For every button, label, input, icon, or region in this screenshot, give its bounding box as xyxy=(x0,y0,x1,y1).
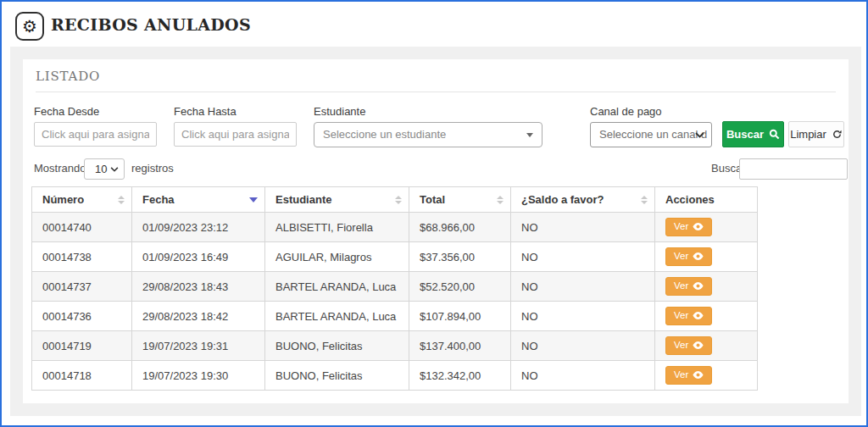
sort-icon xyxy=(118,196,125,204)
cell-saldo: NO xyxy=(511,331,655,361)
cell-saldo: NO xyxy=(511,302,655,331)
estudiante-select-value: Seleccione un estudiante xyxy=(323,128,446,141)
chevron-down-icon xyxy=(695,132,704,138)
cell-total: $132.342,00 xyxy=(409,361,511,391)
fecha-hasta-input[interactable] xyxy=(174,122,297,147)
table-body: 0001474001/09/2023 23:12ALBISETTI, Fiore… xyxy=(32,213,758,391)
cell-saldo: NO xyxy=(511,272,655,302)
cell-acciones: Ver xyxy=(655,361,758,391)
limpiar-button-label: Limpiar xyxy=(790,128,826,141)
ver-button[interactable]: Ver xyxy=(665,218,712,236)
cell-total: $37.356,00 xyxy=(409,242,511,272)
cell-acciones: Ver xyxy=(655,302,758,331)
registros-label: registros xyxy=(131,162,174,175)
ver-button-label: Ver xyxy=(674,340,688,352)
estudiante-label: Estudiante xyxy=(314,105,365,118)
column-header[interactable]: ¿Saldo a favor? xyxy=(511,187,655,213)
ver-button-label: Ver xyxy=(674,369,688,381)
column-header[interactable]: Número xyxy=(32,187,132,213)
ver-button-label: Ver xyxy=(674,310,688,322)
limpiar-button[interactable]: Limpiar xyxy=(788,121,844,147)
cell-saldo: NO xyxy=(511,242,655,272)
search-icon xyxy=(769,129,780,140)
cell-fecha: 19/07/2023 19:30 xyxy=(132,361,265,391)
ver-button[interactable]: Ver xyxy=(665,307,712,325)
fecha-desde-label: Fecha Desde xyxy=(34,105,99,118)
eye-icon xyxy=(693,252,704,261)
cell-saldo: NO xyxy=(511,213,655,242)
cell-numero: 00014736 xyxy=(32,302,132,331)
ver-button[interactable]: Ver xyxy=(665,336,712,355)
sort-icon xyxy=(395,196,402,204)
eye-icon xyxy=(693,370,704,380)
ver-button[interactable]: Ver xyxy=(665,366,712,385)
eye-icon xyxy=(693,222,704,231)
table-row: 0001473729/08/2023 18:43BARTEL ARANDA, L… xyxy=(32,272,758,302)
column-header-label: Número xyxy=(42,193,84,206)
cell-fecha: 29/08/2023 18:43 xyxy=(132,272,265,302)
column-header: Acciones xyxy=(655,187,758,213)
page-title: RECIBOS ANULADOS xyxy=(51,15,251,34)
page: ⚙ RECIBOS ANULADOS LISTADO Fecha Desde F… xyxy=(0,0,868,427)
column-header-label: Acciones xyxy=(665,193,715,206)
mostrando-label: Mostrando xyxy=(34,162,86,175)
estudiante-select[interactable]: Seleccione un estudiante xyxy=(314,122,542,147)
content-panel: LISTADO Fecha Desde Fecha Hasta Estudian… xyxy=(10,47,861,416)
cell-estudiante: AGUILAR, Milagros xyxy=(265,242,409,272)
column-header-label: Fecha xyxy=(142,193,175,206)
cell-numero: 00014719 xyxy=(32,331,132,361)
column-header-label: Estudiante xyxy=(275,193,331,206)
table-row: 0001474001/09/2023 23:12ALBISETTI, Fiore… xyxy=(32,213,758,242)
section-divider xyxy=(36,92,836,92)
chevron-down-icon xyxy=(110,167,119,172)
canal-de-pago-select-value: Seleccione un canal d xyxy=(599,128,707,141)
ver-button-label: Ver xyxy=(674,251,688,263)
cell-acciones: Ver xyxy=(655,331,758,361)
cell-estudiante: ALBISETTI, Fiorella xyxy=(265,213,409,242)
listado-card: LISTADO Fecha Desde Fecha Hasta Estudian… xyxy=(23,59,849,403)
column-header-label: ¿Saldo a favor? xyxy=(521,193,604,206)
fecha-hasta-label: Fecha Hasta xyxy=(174,105,236,118)
cell-total: $52.520,00 xyxy=(409,272,511,302)
page-size-select[interactable]: 10 xyxy=(84,158,125,180)
cell-saldo: NO xyxy=(511,361,655,391)
cell-acciones: Ver xyxy=(655,242,758,272)
table-header: NúmeroFechaEstudianteTotal¿Saldo a favor… xyxy=(32,187,758,213)
table-search-input[interactable] xyxy=(739,158,848,180)
cell-fecha: 29/08/2023 18:42 xyxy=(132,302,265,331)
canal-de-pago-label: Canal de pago xyxy=(590,105,662,118)
table-row: 0001471819/07/2023 19:30BUONO, Felicitas… xyxy=(32,361,758,391)
recibos-table: NúmeroFechaEstudianteTotal¿Saldo a favor… xyxy=(31,186,758,391)
cell-total: $107.894,00 xyxy=(409,302,511,331)
chevron-down-icon xyxy=(526,133,533,137)
cell-estudiante: BARTEL ARANDA, Luca xyxy=(265,302,409,331)
column-header[interactable]: Fecha xyxy=(132,187,265,213)
ver-button-label: Ver xyxy=(674,221,688,233)
sort-icon xyxy=(497,196,504,204)
settings-gear-button[interactable]: ⚙ xyxy=(15,12,44,41)
page-size-value: 10 xyxy=(95,163,107,175)
ver-button[interactable]: Ver xyxy=(665,247,712,266)
buscar-button[interactable]: Buscar xyxy=(722,121,784,147)
cell-total: $137.400,00 xyxy=(409,331,511,361)
eye-icon xyxy=(693,311,704,320)
section-title: LISTADO xyxy=(36,69,100,84)
ver-button-label: Ver xyxy=(674,280,688,292)
cell-fecha: 01/09/2023 23:12 xyxy=(132,213,265,242)
sort-icon xyxy=(641,196,648,204)
column-header-label: Total xyxy=(420,193,445,206)
cell-numero: 00014740 xyxy=(32,213,132,242)
cell-numero: 00014737 xyxy=(32,272,132,302)
column-header[interactable]: Estudiante xyxy=(265,187,409,213)
canal-de-pago-select[interactable]: Seleccione un canal d xyxy=(590,122,712,147)
cell-estudiante: BARTEL ARANDA, Luca xyxy=(265,272,409,302)
fecha-desde-input[interactable] xyxy=(34,122,157,147)
cell-total: $68.966,00 xyxy=(409,213,511,242)
table-row: 0001473629/08/2023 18:42BARTEL ARANDA, L… xyxy=(32,302,758,331)
sort-desc-icon xyxy=(249,197,258,202)
ver-button[interactable]: Ver xyxy=(665,277,712,296)
table-row: 0001473801/09/2023 16:49AGUILAR, Milagro… xyxy=(32,242,758,272)
buscar-button-label: Buscar xyxy=(726,128,764,141)
cell-numero: 00014738 xyxy=(32,242,132,272)
column-header[interactable]: Total xyxy=(409,187,511,213)
